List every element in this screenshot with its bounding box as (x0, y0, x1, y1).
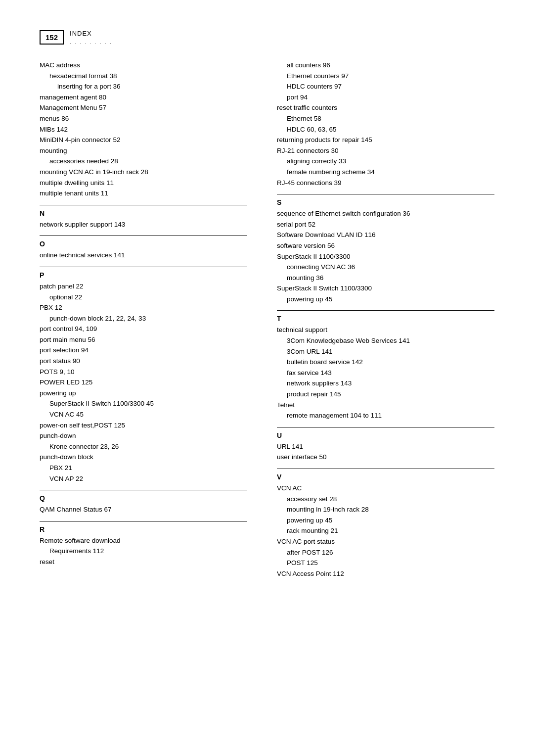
section-letter-r: R (40, 525, 247, 533)
section-q: Q QAM Channel Status 67 (40, 494, 247, 515)
divider-u (277, 427, 494, 427)
section-letter-q: Q (40, 494, 247, 502)
page: 152 INDEX . . . . . . . . . MAC addressh… (0, 0, 534, 756)
list-item: Remote software download Requirements 11… (40, 535, 247, 567)
divider-n (40, 205, 247, 205)
section-n: N network supplier support 143 (40, 209, 247, 230)
section-letter-t: T (277, 315, 494, 323)
page-number: 152 (40, 30, 64, 45)
list-item: VCN AC accessory set 28 mounting in 19-i… (277, 483, 494, 579)
section-o: O online technical services 141 (40, 240, 247, 261)
section-letter-u: U (277, 431, 494, 439)
list-item: QAM Channel Status 67 (40, 504, 247, 515)
divider-q (40, 490, 247, 490)
list-item: MAC addresshexadecimal format 38insertin… (40, 60, 247, 199)
header-label: INDEX (70, 30, 92, 37)
right-column: all counters 96 Ethernet counters 97 HDL… (267, 60, 494, 584)
section-s: S sequence of Ethernet switch configurat… (277, 198, 494, 304)
section-t: T technical support 3Com Knowledgebase W… (277, 315, 494, 421)
top-entries-right: all counters 96 Ethernet counters 97 HDL… (277, 60, 494, 188)
section-u: U URL 141 user interface 50 (277, 431, 494, 463)
list-item: URL 141 user interface 50 (277, 441, 494, 463)
section-letter-v: V (277, 473, 494, 481)
list-item: patch panel 22 optional 22 PBX 12 punch-… (40, 281, 247, 484)
divider-p (40, 267, 247, 267)
header-dots: . . . . . . . . . (70, 39, 112, 45)
divider-t (277, 310, 494, 311)
content-area: MAC addresshexadecimal format 38insertin… (40, 60, 494, 584)
left-column: MAC addresshexadecimal format 38insertin… (40, 60, 267, 584)
page-header: 152 INDEX . . . . . . . . . (40, 30, 494, 45)
section-letter-o: O (40, 240, 247, 248)
list-item: network supplier support 143 (40, 219, 247, 230)
section-letter-p: P (40, 271, 247, 279)
list-item: online technical services 141 (40, 250, 247, 261)
list-item: technical support 3Com Knowledgebase Web… (277, 325, 494, 421)
divider-v (277, 469, 494, 469)
list-item: sequence of Ethernet switch configuratio… (277, 208, 494, 304)
divider-s (277, 194, 494, 194)
top-entries-left: MAC addresshexadecimal format 38insertin… (40, 60, 247, 199)
section-r: R Remote software download Requirements … (40, 525, 247, 567)
section-v: V VCN AC accessory set 28 mounting in 19… (277, 473, 494, 579)
divider-o (40, 236, 247, 236)
section-letter-s: S (277, 198, 494, 206)
section-p: P patch panel 22 optional 22 PBX 12 punc… (40, 271, 247, 484)
section-letter-n: N (40, 209, 247, 217)
list-item: all counters 96 Ethernet counters 97 HDL… (277, 60, 494, 188)
divider-r (40, 521, 247, 521)
